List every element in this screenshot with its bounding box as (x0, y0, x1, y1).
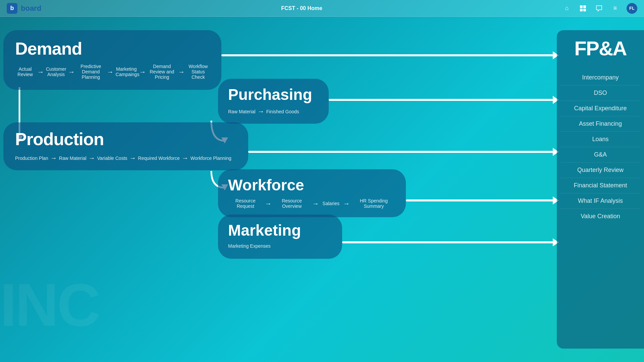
arrow-icon-p1: → (258, 108, 264, 115)
production-flow: Production Plan → Raw Material → Variabl… (15, 154, 236, 162)
purchasing-section: Purchasing Raw Material → Finished Goods (218, 79, 329, 124)
arrow-icon-pr2: → (89, 154, 95, 162)
flow-item-predictive[interactable]: Predictive Demand Planning (77, 64, 105, 80)
fpa-item-asset-financing[interactable]: Asset Financing (560, 116, 641, 132)
fpa-item-what-if[interactable]: What IF Analysis (560, 193, 641, 209)
arrow-icon-w3: → (343, 200, 350, 207)
purchasing-flow: Raw Material → Finished Goods (228, 108, 319, 115)
chat-icon[interactable] (594, 4, 604, 13)
flow-item-raw-material-prod[interactable]: Raw Material (59, 156, 87, 161)
flow-item-variable-costs[interactable]: Variable Costs (97, 156, 127, 161)
flow-item-raw-material[interactable]: Raw Material (228, 109, 256, 114)
flow-item-resource-overview[interactable]: Resource Overview (274, 198, 310, 209)
flow-item-marketing-campaigns[interactable]: Marketing Campaings (116, 66, 137, 77)
flow-item-workflow-status[interactable]: Workflow Status Check (187, 64, 210, 80)
arrow-icon-pr4: → (182, 154, 189, 162)
arrow-icon-w2: → (312, 200, 319, 207)
fpa-item-intercompany[interactable]: Intercompany (560, 70, 641, 85)
fpa-item-quarterly-review[interactable]: Quarterly Review (560, 163, 641, 178)
arrow-icon-w1: → (265, 200, 272, 207)
fpa-item-loans[interactable]: Loans (560, 132, 641, 147)
svg-rect-0 (580, 5, 583, 8)
flow-item-resource-request[interactable]: Resource Request (228, 198, 263, 209)
demand-section: Demand Actual Review → Customer Analysis… (3, 30, 221, 90)
demand-title[interactable]: Demand (15, 39, 210, 59)
arrow-icon-pr3: → (129, 154, 136, 162)
navbar: b board FCST - 00 Home ⌂ ≡ FL (0, 0, 644, 17)
purchasing-title[interactable]: Purchasing (228, 85, 319, 104)
flow-item-required-workforce[interactable]: Required Workforce (138, 156, 180, 161)
production-section: Production Production Plan → Raw Materia… (3, 122, 248, 170)
marketing-flow: Marketing Expenses (228, 243, 332, 249)
fpa-panel: FP&A Intercompany DSO Capital Expenditur… (557, 30, 644, 349)
arrow-icon-1: → (37, 68, 44, 76)
demand-to-fpa-arrow (221, 54, 553, 56)
flow-item-marketing-expenses[interactable]: Marketing Expenses (228, 243, 271, 249)
marketing-to-fpa-arrow (342, 241, 553, 243)
demand-flow: Actual Review → Customer Analysis → Pred… (15, 64, 210, 80)
arrow-icon-4: → (139, 68, 146, 76)
dashboard-icon[interactable] (578, 4, 588, 13)
flow-item-finished-goods[interactable]: Finished Goods (266, 109, 299, 114)
purchasing-to-fpa-arrow (329, 99, 553, 101)
fpa-item-dso[interactable]: DSO (560, 85, 641, 101)
marketing-section: Marketing Marketing Expenses (218, 215, 342, 259)
svg-rect-2 (580, 9, 583, 11)
page-title: FCST - 00 Home (41, 5, 562, 11)
svg-rect-1 (583, 5, 586, 8)
fpa-item-financial-statement[interactable]: Financial Statement (560, 178, 641, 193)
nav-icons: ⌂ ≡ FL (562, 3, 637, 14)
user-avatar[interactable]: FL (627, 3, 637, 14)
workforce-section: Workforce Resource Request → Resource Ov… (218, 169, 406, 217)
fpa-item-capital-expenditure[interactable]: Capital Expenditure (560, 101, 641, 116)
flow-item-demand-review[interactable]: Demand Review and Pricing (148, 64, 176, 80)
workforce-flow: Resource Request → Resource Overview → S… (228, 198, 396, 209)
arrow-icon-pr1: → (50, 154, 57, 162)
home-icon[interactable]: ⌂ (562, 4, 572, 13)
flow-item-salaries[interactable]: Salaries (321, 201, 341, 206)
logo-icon: b (7, 3, 17, 14)
flow-item-workforce-planning[interactable]: Workforce Planning (191, 156, 231, 161)
workforce-to-fpa-arrow (406, 199, 553, 201)
production-title[interactable]: Production (15, 129, 236, 149)
arrow-icon-5: → (178, 68, 185, 76)
fpa-title[interactable]: FP&A (574, 37, 626, 60)
flow-item-actual-review[interactable]: Actual Review (15, 66, 35, 77)
brand-name: board (21, 4, 41, 13)
workforce-title[interactable]: Workforce (228, 176, 396, 194)
svg-rect-3 (583, 9, 586, 11)
menu-icon[interactable]: ≡ (610, 4, 620, 13)
production-to-fpa-arrow (248, 151, 553, 153)
marketing-title[interactable]: Marketing (228, 221, 332, 239)
flow-item-hr-spending[interactable]: HR Spending Summary (352, 198, 396, 209)
main-content: INC Demand Actual Review → Customer Anal… (0, 17, 644, 362)
arrow-icon-2: → (68, 68, 75, 76)
fpa-item-value-creation[interactable]: Value Creation (560, 209, 641, 224)
fpa-item-ga[interactable]: G&A (560, 147, 641, 163)
arrow-icon-3: → (107, 68, 114, 76)
watermark: INC (0, 275, 235, 335)
flow-item-production-plan[interactable]: Production Plan (15, 156, 48, 161)
flow-item-customer-analysis[interactable]: Customer Analysis (46, 66, 66, 77)
